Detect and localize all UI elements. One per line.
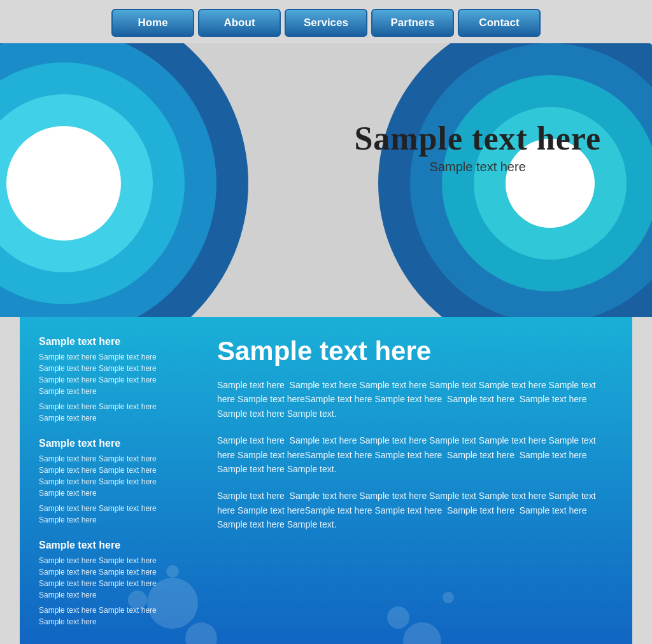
hero-text-block: Sample text here Sample text here [354,120,601,174]
nav-btn-contact[interactable]: Contact [458,9,541,37]
sidebar-section-2: Sample text here Sample text here Sample… [39,438,198,526]
nav-btn-services[interactable]: Services [285,9,367,37]
nav-btn-home[interactable]: Home [111,9,194,37]
sidebar-heading-1: Sample text here [39,336,198,347]
nav-btn-partners[interactable]: Partners [371,9,454,37]
sidebar-sub-2: Sample text here Sample text here Sample… [39,503,198,526]
main-paragraph-3: Sample text here Sample text here Sample… [217,489,613,531]
circles-left [0,43,255,317]
sidebar-text-2: Sample text here Sample text here Sample… [39,453,198,499]
sidebar-heading-2: Sample text here [39,438,198,449]
circles-right [372,43,652,317]
sidebar-text-1: Sample text here Sample text here Sample… [39,351,198,397]
content-section: Sample text here Sample text here Sample… [20,317,632,644]
sidebar-sub-1: Sample text here Sample text here Sample… [39,401,198,424]
main-content: Sample text here Sample text here Sample… [217,336,613,641]
bubble-1 [147,578,198,629]
bubble-6 [387,606,409,629]
hero-subtitle: Sample text here [354,160,601,174]
hero-section: Sample text here Sample text here [0,43,652,317]
sidebar-section-1: Sample text here Sample text here Sample… [39,336,198,424]
main-paragraph-1: Sample text here Sample text here Sample… [217,378,613,421]
bubble-4 [166,565,179,578]
navigation: HomeAboutServicesPartnersContact [0,0,652,43]
nav-btn-about[interactable]: About [198,9,281,37]
bubble-7 [443,592,454,603]
sidebar-heading-3: Sample text here [39,540,198,551]
bubble-3 [128,591,147,610]
main-heading: Sample text here [217,336,613,367]
hero-title: Sample text here [354,120,601,157]
main-paragraph-2: Sample text here Sample text here Sample… [217,433,613,476]
